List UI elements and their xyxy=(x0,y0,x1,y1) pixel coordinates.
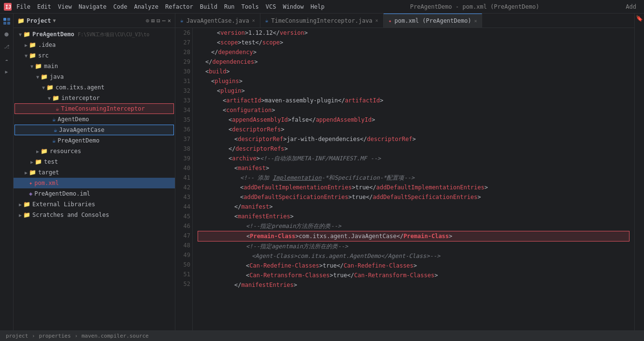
tree-item-root[interactable]: ▼ 📁 PreAgentDemo F:\SVN工作项目\CU\CU_V3\to xyxy=(14,29,175,40)
tree-item-src[interactable]: ▼ 📁 src xyxy=(14,50,175,61)
menu-code[interactable]: Code xyxy=(111,2,130,11)
vcs-icon[interactable]: ⎇ xyxy=(1,41,13,52)
sidebar-scope-icon[interactable]: ⊙ xyxy=(146,17,149,24)
tree-item-external-libs[interactable]: ▶ 📁 External Libraries xyxy=(14,199,175,210)
code-line-48: <!--指定agentmain方法所在的类--> xyxy=(198,242,630,251)
code-line-49: <Agent-Class>com.itxs.agent.AgentDemo</A… xyxy=(198,251,630,261)
header-dropdown-arrow[interactable]: ▼ xyxy=(53,18,56,23)
menu-analyze[interactable]: Analyze xyxy=(131,2,161,11)
add-button[interactable]: Add xyxy=(622,3,640,10)
time-consuming-tab-icon: ☕ xyxy=(265,17,269,24)
tab-time-consuming[interactable]: ☕ TimeConsumingInterceptor.java × xyxy=(260,14,384,28)
status-arrow-2: › xyxy=(75,333,78,339)
resources-label: resources xyxy=(50,148,81,155)
tree-item-java-agent-case[interactable]: ☕ JavaAgentCase xyxy=(14,125,174,135)
svg-rect-4 xyxy=(3,22,6,25)
scratch-label: Scratches and Consoles xyxy=(32,212,109,218)
sidebar-expand-icon[interactable]: ⊞ xyxy=(151,17,155,24)
code-line-27: <scope>test</scope> xyxy=(198,38,630,47)
sidebar-collapse-icon[interactable]: ⊟ xyxy=(157,17,160,24)
menu-file[interactable]: File xyxy=(14,2,33,11)
code-line-35: <appendAssemblyId>false</appendAssemblyI… xyxy=(198,115,630,125)
folder-icon: 📁 xyxy=(17,17,25,24)
com-arrow: ▼ xyxy=(41,85,46,90)
status-bar: project › properties › maven.compiler.so… xyxy=(0,330,644,341)
menu-vcs[interactable]: VCS xyxy=(263,2,279,11)
com-folder-icon: 📁 xyxy=(46,84,54,91)
pom-icon: ✦ xyxy=(29,180,32,186)
main-arrow: ▼ xyxy=(29,64,35,69)
menu-view[interactable]: View xyxy=(55,2,75,11)
menu-build[interactable]: Build xyxy=(197,2,220,11)
code-line-40: <manifest> xyxy=(198,163,630,173)
tree-item-java-folder[interactable]: ▼ 📁 java xyxy=(14,71,175,82)
code-line-28: </dependency> xyxy=(198,47,630,57)
editor-area: ☕ JavaAgentCase.java × ☕ TimeConsumingIn… xyxy=(175,14,634,330)
project-icon[interactable] xyxy=(1,15,13,27)
target-icon: 📁 xyxy=(29,169,36,176)
tab-java-agent-case[interactable]: ☕ JavaAgentCase.java × xyxy=(175,14,260,28)
tree-item-main[interactable]: ▼ 📁 main xyxy=(14,61,175,71)
menu-run[interactable]: Run xyxy=(221,2,238,11)
menu-tools[interactable]: Tools xyxy=(239,2,262,11)
code-line-43: <addDefaultSpecificationEntries>true</ad… xyxy=(198,192,630,202)
src-folder-icon: 📁 xyxy=(29,52,36,59)
tree-item-pom-xml[interactable]: ✦ pom.xml xyxy=(14,178,175,188)
tree-item-scratches[interactable]: ▶ 📁 Scratches and Consoles xyxy=(14,210,175,220)
java-agent-case-tab-close[interactable]: × xyxy=(252,18,255,23)
scratch-icon: 📁 xyxy=(23,212,30,218)
code-area[interactable]: <version>1.12.12</version> <scope>test</… xyxy=(193,28,634,330)
ext-label: External Libraries xyxy=(32,201,95,208)
menu-help[interactable]: Help xyxy=(308,2,328,11)
tree-item-pre-agent-iml[interactable]: ◈ PreAgentDemo.iml xyxy=(14,188,175,199)
tree-item-resources[interactable]: ▶ 📁 resources xyxy=(14,146,175,156)
code-line-51: <Can-Retransform-Classes>true</Can-Retra… xyxy=(198,270,630,280)
tree-item-time-consuming[interactable]: ☕ TimeConsumingInterceptor xyxy=(14,103,174,114)
ext-arrow: ▶ xyxy=(17,202,23,207)
sidebar-settings-icon[interactable]: ⋯ xyxy=(162,17,166,24)
ext-icon: 📁 xyxy=(23,201,30,208)
tree-item-pre-agent-demo[interactable]: ☕ PreAgentDemo xyxy=(14,135,175,146)
tree-item-idea[interactable]: ▶ 📁 .idea xyxy=(14,40,175,50)
java-agent-case-tab-label: JavaAgentCase.java xyxy=(186,17,249,24)
bookmark-icon[interactable]: 🔖 xyxy=(636,14,644,22)
status-properties[interactable]: properties xyxy=(37,333,72,339)
status-project[interactable]: project xyxy=(4,333,30,339)
menu-navigate[interactable]: Navigate xyxy=(76,2,110,11)
root-arrow: ▼ xyxy=(17,32,23,37)
code-line-37: <descriptorRef>jar-with-dependencies</de… xyxy=(198,134,630,144)
java-folder-arrow: ▼ xyxy=(35,74,41,80)
root-folder-icon: 📁 xyxy=(23,31,30,38)
tree-item-com-itxs[interactable]: ▼ 📁 com.itxs.agent xyxy=(14,82,175,93)
java-agent-case-icon: ☕ xyxy=(54,127,57,133)
interceptor-folder-icon: 📁 xyxy=(52,95,59,101)
tree-item-test[interactable]: ▶ 📁 test xyxy=(14,156,175,167)
pom-label: pom.xml xyxy=(34,180,59,186)
commit-icon[interactable]: ● xyxy=(1,28,13,40)
resources-icon: 📁 xyxy=(41,148,48,155)
menu-edit[interactable]: Edit xyxy=(34,2,54,11)
idea-arrow: ▶ xyxy=(23,43,29,48)
status-maven-compiler[interactable]: maven.compiler.source xyxy=(80,333,151,339)
tab-pom-xml[interactable]: ✦ pom.xml (PreAgentDemo) × xyxy=(384,14,483,28)
java-agent-case-label: JavaAgentCase xyxy=(59,127,104,133)
pom-tab-close[interactable]: × xyxy=(474,18,477,24)
tree-item-interceptor[interactable]: ▼ 📁 interceptor xyxy=(14,93,175,103)
menu-window[interactable]: Window xyxy=(280,2,306,11)
time-consuming-tab-close[interactable]: × xyxy=(375,18,378,23)
cloud-icon[interactable]: ☁ xyxy=(1,53,13,65)
menu-refactor[interactable]: Refactor xyxy=(162,2,196,11)
pom-tab-label: pom.xml (PreAgentDemo) xyxy=(395,17,472,24)
src-label: src xyxy=(38,52,49,59)
code-line-42: <addDefaultImplementationEntries>true</a… xyxy=(198,183,630,192)
right-toolbar: 🔖 xyxy=(634,14,644,330)
time-consuming-label: TimeConsumingInterceptor xyxy=(61,105,144,112)
code-line-34: <configuration> xyxy=(198,105,630,115)
tree-item-target[interactable]: ▶ 📁 target xyxy=(14,167,175,178)
pom-tab-icon: ✦ xyxy=(388,18,392,24)
tab-bar: ☕ JavaAgentCase.java × ☕ TimeConsumingIn… xyxy=(175,14,634,28)
run-debug-icon[interactable]: ▶ xyxy=(1,66,13,77)
tree-item-agent-demo[interactable]: ☕ AgentDemo xyxy=(14,114,175,125)
sidebar-close-icon[interactable]: × xyxy=(168,17,171,24)
main-folder-icon: 📁 xyxy=(35,63,42,70)
